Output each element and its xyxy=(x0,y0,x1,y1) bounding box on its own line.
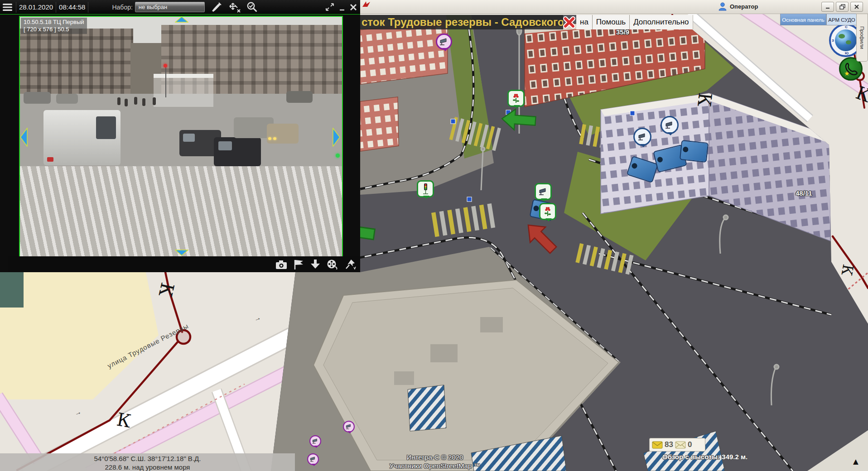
traffic-light-marker[interactable] xyxy=(417,180,434,197)
star-icon: ★ xyxy=(844,70,850,77)
map-attribution: Интегра-С © 2020 Участники OpenStreetMap… xyxy=(358,453,512,470)
camera-marker-green[interactable] xyxy=(535,183,552,200)
video-window-controls xyxy=(325,3,360,12)
close-icon[interactable] xyxy=(349,3,357,12)
camera-marker-purple[interactable] xyxy=(343,421,355,433)
car xyxy=(267,124,299,144)
collapse-panel-button[interactable]: ▲ xyxy=(846,455,865,468)
brush-tool-icon[interactable] xyxy=(210,1,222,13)
film-reel-icon[interactable] xyxy=(327,259,339,270)
expand-icon[interactable] xyxy=(325,3,335,12)
window-controls xyxy=(821,2,863,12)
menu-hamburger-icon[interactable] xyxy=(2,3,13,12)
cable-letter-k: К xyxy=(839,263,855,277)
video-bottom-toolbar xyxy=(8,256,360,272)
pin-icon[interactable] xyxy=(345,259,357,270)
camera-marker-purple[interactable] xyxy=(436,34,452,50)
close-icon xyxy=(563,16,575,29)
restore-icon xyxy=(839,4,845,10)
minimize-icon[interactable] xyxy=(338,3,346,12)
player-date: 28.01.2020 xyxy=(19,3,53,11)
camera-marker-purple[interactable] xyxy=(309,435,321,447)
globe-icon xyxy=(835,29,857,51)
map-menu-bar: на Помошь Дополнительно xyxy=(576,15,693,29)
coordinates-bar: 54°0'58.68" С.Ш. 38°17'12.18" В.Д. 228.6… xyxy=(0,453,295,471)
house-number-label: 48/11 xyxy=(796,189,812,197)
minimize-button[interactable] xyxy=(821,2,834,12)
map-window-title: сток Трудовые резервы - Садовского xyxy=(360,16,563,28)
pan-move-icon[interactable] xyxy=(227,1,241,13)
video-building-left xyxy=(20,29,133,97)
menu-item-help[interactable]: Помошь xyxy=(593,15,630,29)
video-player-window: 28.01.2020 08:44:58 Набор: не выбран xyxy=(0,0,360,272)
flower-marker[interactable] xyxy=(539,203,556,220)
van xyxy=(43,110,121,165)
app-titlebar xyxy=(360,0,868,14)
mail-unread-icon xyxy=(675,441,686,449)
snapshot-icon[interactable] xyxy=(275,260,287,269)
close-icon xyxy=(854,4,859,10)
nav-left-arrow[interactable] xyxy=(20,128,28,147)
nav-down-arrow[interactable] xyxy=(175,250,188,256)
coordinates-text: 54°0'58.68" С.Ш. 38°17'12.18" В.Д. xyxy=(0,454,295,463)
user-icon xyxy=(718,2,727,11)
flower-marker[interactable] xyxy=(507,90,525,107)
workstation-screen: { "player": { "date": "28.01.2020", "tim… xyxy=(0,0,868,471)
tab-main-panel[interactable]: Основная панель xyxy=(780,14,826,25)
cctv-camera-icon xyxy=(439,38,449,46)
copyright-text: Интегра-С © 2020 xyxy=(358,453,512,461)
camera-name: 10.50.5.18 ТЦ Первый xyxy=(24,19,84,26)
flower-icon xyxy=(511,93,521,104)
traffic-light-icon xyxy=(421,183,430,195)
altitude-text: 228.6 м. над уровнем моря xyxy=(0,463,295,471)
download-icon[interactable] xyxy=(310,259,321,269)
player-time: 08:44:58 xyxy=(59,3,85,11)
menu-item-extra[interactable]: Дополнительно xyxy=(630,15,692,29)
nav-right-arrow[interactable] xyxy=(333,128,340,147)
set-label: Набор: xyxy=(112,4,132,11)
user-name: Оператор xyxy=(730,3,758,10)
mail-read-icon xyxy=(652,441,663,449)
video-snow-foreground xyxy=(20,166,342,256)
mail-read-count: 83 xyxy=(665,440,673,449)
camera-info-overlay: 10.50.5.18 ТЦ Первый [ 720 x 576 ] 50.5 xyxy=(21,18,87,34)
tab-profiles-label: Профили xyxy=(859,26,865,49)
view-height-label: Обзор с высоты: 349.2 м. xyxy=(662,453,747,461)
map-close-button[interactable] xyxy=(563,16,575,29)
set-dropdown-value: не выбран xyxy=(135,4,167,10)
restore-button[interactable] xyxy=(836,2,849,12)
map-building-teal xyxy=(0,272,24,308)
mail-unread-count: 0 xyxy=(688,440,692,449)
video-bus-shelter xyxy=(154,74,213,107)
set-dropdown[interactable]: не выбран xyxy=(135,2,205,12)
close-button[interactable] xyxy=(850,2,863,12)
video-toolbar: 28.01.2020 08:44:58 Набор: не выбран xyxy=(0,0,360,14)
nav-up-arrow[interactable] xyxy=(175,16,188,23)
tab-profiles-vertical[interactable]: Профили xyxy=(856,14,868,62)
user-info[interactable]: Оператор xyxy=(718,2,758,11)
green-signal xyxy=(336,154,340,158)
camera-marker-blue[interactable] xyxy=(661,116,679,134)
tab-arm-sudo[interactable]: АРМ СУДО xyxy=(826,14,857,25)
car xyxy=(214,137,261,166)
mail-panel[interactable]: 83 0 xyxy=(649,438,705,452)
menu-item-partial[interactable]: на xyxy=(576,15,593,29)
map-window-titlebar: сток Трудовые резервы - Садовского xyxy=(360,15,563,29)
camera-marker-purple[interactable] xyxy=(307,453,319,465)
app-logo xyxy=(362,0,371,8)
osm-attribution-text: Участники OpenStreetMap ™ xyxy=(358,461,512,470)
flag-icon[interactable] xyxy=(293,259,304,270)
zoom-check-icon[interactable] xyxy=(246,1,258,13)
camera-3d-model[interactable] xyxy=(680,140,709,163)
minimize-icon xyxy=(825,4,830,10)
cable-letter-k: К xyxy=(695,92,714,108)
camera-resolution: [ 720 x 576 ] 50.5 xyxy=(24,26,84,33)
red-signal xyxy=(164,64,167,67)
camera-frame[interactable]: 10.50.5.18 ТЦ Первый [ 720 x 576 ] 50.5 xyxy=(19,16,343,257)
camera-marker-blue[interactable] xyxy=(633,128,651,146)
